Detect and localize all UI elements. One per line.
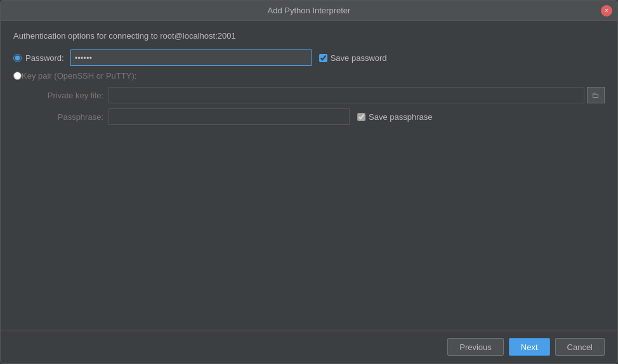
passphrase-label: Passphrase:: [27, 112, 103, 122]
dialog: Add Python Interpreter × Authentication …: [0, 0, 618, 364]
subtitle: Authentication options for connecting to…: [13, 31, 605, 41]
dialog-title: Add Python Interpreter: [268, 6, 351, 15]
private-key-label: Private key file:: [27, 91, 103, 100]
password-option-row: Password: Save password: [13, 49, 605, 66]
password-radio-label[interactable]: Password:: [25, 53, 64, 63]
browse-folder-button[interactable]: 🗀: [587, 87, 605, 103]
private-key-input-wrap: 🗀: [108, 87, 605, 103]
passphrase-row: Passphrase: Save passphrase: [27, 108, 605, 125]
folder-icon: 🗀: [592, 91, 600, 100]
save-password-label[interactable]: Save password: [331, 53, 387, 63]
password-radio[interactable]: [13, 54, 22, 62]
title-bar: Add Python Interpreter ×: [1, 1, 617, 21]
save-passphrase-label[interactable]: Save passphrase: [369, 112, 432, 122]
next-button[interactable]: Next: [509, 338, 550, 356]
close-button[interactable]: ×: [601, 5, 612, 16]
password-input[interactable]: [70, 49, 312, 66]
dialog-footer: Previous Next Cancel: [1, 330, 617, 363]
keypair-option-row: Key pair (OpenSSH or PuTTY):: [13, 71, 605, 81]
save-passphrase-checkbox[interactable]: [357, 113, 365, 121]
cancel-button[interactable]: Cancel: [555, 338, 605, 356]
keypair-radio[interactable]: [13, 72, 22, 80]
dialog-content: Authentication options for connecting to…: [1, 21, 617, 330]
save-password-checkbox[interactable]: [319, 54, 327, 62]
save-passphrase-checkbox-row: Save passphrase: [357, 112, 432, 122]
keypair-radio-label[interactable]: Key pair (OpenSSH or PuTTY):: [22, 71, 136, 81]
private-key-input[interactable]: [108, 87, 584, 103]
passphrase-input[interactable]: [108, 108, 350, 125]
save-password-checkbox-row: Save password: [319, 53, 387, 63]
private-key-row: Private key file: 🗀: [27, 87, 605, 103]
previous-button[interactable]: Previous: [447, 338, 504, 356]
